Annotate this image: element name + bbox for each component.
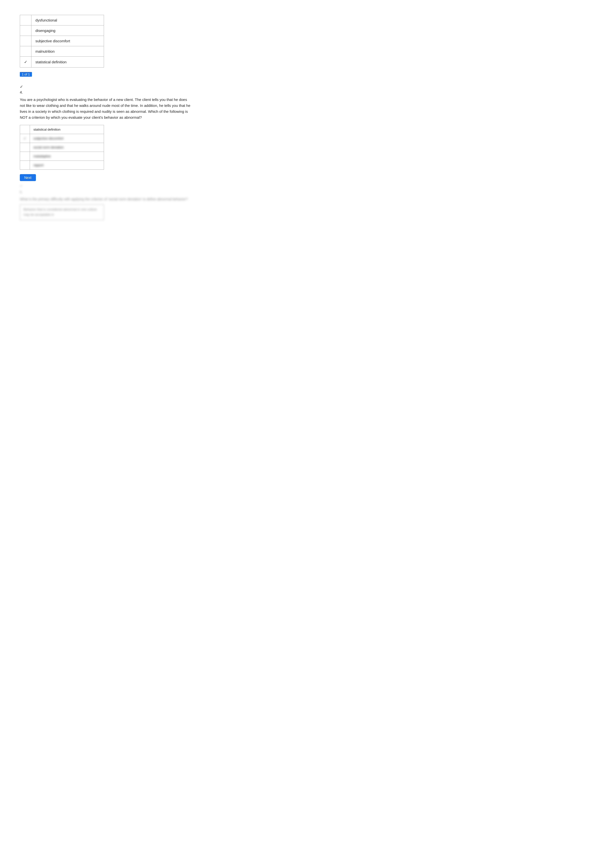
check-cell <box>20 36 31 46</box>
check-cell: ✓ <box>20 57 31 68</box>
choice-check-cell <box>20 161 30 170</box>
choice-label-cell: maladaptive <box>30 152 104 161</box>
choices-table: statistical definition ✓ subjective disc… <box>20 125 104 170</box>
top-answer-table: dysfunctional disengaging subjective dis… <box>20 15 104 68</box>
pagination: 1 of 1 <box>20 72 193 80</box>
check-cell <box>20 25 31 36</box>
choice-label-cell: statistical definition <box>30 125 104 134</box>
choice-label-cell: social norm deviation <box>30 143 104 152</box>
choice-label-cell: rapport <box>30 161 104 170</box>
choice-row[interactable]: statistical definition <box>20 125 104 134</box>
choice-check-cell <box>20 152 30 161</box>
table-row: ✓ statistical definition <box>20 57 104 68</box>
bottom-answer-row: Behavior that is considered abnormal in … <box>20 204 104 220</box>
check-cell <box>20 46 31 57</box>
table-row: subjective discomfort <box>20 36 104 46</box>
label-cell: dysfunctional <box>31 15 104 25</box>
choice-check-cell: ✓ <box>20 134 30 143</box>
table-row: dysfunctional <box>20 15 104 25</box>
choice-check-cell <box>20 143 30 152</box>
bottom-check: ✓ <box>20 184 193 189</box>
choice-row[interactable]: social norm deviation <box>20 143 104 152</box>
choice-row[interactable]: rapport <box>20 161 104 170</box>
bottom-number: 5. <box>20 190 193 195</box>
choice-label-cell: subjective discomfort <box>30 134 104 143</box>
check-cell <box>20 15 31 25</box>
table-row: malnutrition <box>20 46 104 57</box>
label-cell: malnutrition <box>31 46 104 57</box>
question-text: You are a psychologist who is evaluating… <box>20 97 193 121</box>
table-row: disengaging <box>20 25 104 36</box>
choice-row[interactable]: maladaptive <box>20 152 104 161</box>
standalone-checkmark: ✓ <box>20 84 193 89</box>
next-button[interactable]: Next <box>20 174 36 181</box>
choice-check-cell <box>20 125 30 134</box>
choice-row[interactable]: ✓ subjective discomfort <box>20 134 104 143</box>
label-cell: statistical definition <box>31 57 104 68</box>
next-question-label: What is the primary difficulty with appl… <box>20 197 193 202</box>
bottom-section: ✓ 5. What is the primary difficulty with… <box>20 184 193 220</box>
label-cell: disengaging <box>31 25 104 36</box>
question-number: 4. <box>20 90 193 94</box>
label-cell: subjective discomfort <box>31 36 104 46</box>
